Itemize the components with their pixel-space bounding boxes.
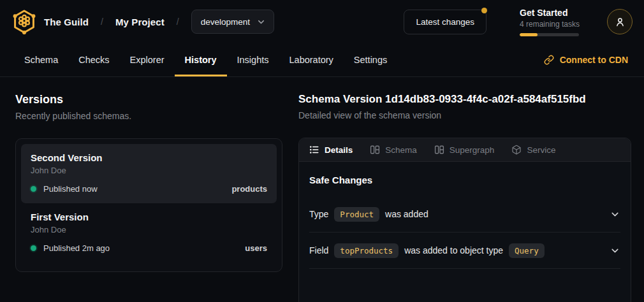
latest-changes-label: Latest changes: [416, 17, 474, 27]
detail-tabs: Details Schema Supergr: [299, 138, 631, 162]
header: The Guild / My Project / development Lat…: [0, 0, 644, 43]
breadcrumb-project[interactable]: My Project: [115, 17, 165, 27]
hive-logo-icon[interactable]: [10, 8, 38, 36]
schema-version-subtitle: Detailed view of the schema version: [298, 110, 631, 120]
schema-version-panel: Schema Version 1d14db83-0933-4f4c-a02f-a…: [298, 93, 631, 302]
version-meta: Published 2m ago users: [31, 243, 267, 253]
link-icon: [544, 55, 554, 65]
panels-icon: [434, 145, 444, 155]
get-started-progress-fill: [520, 33, 538, 36]
version-list-item[interactable]: First Version John Doe Published 2m ago …: [21, 203, 277, 262]
tab-label: Service: [527, 145, 555, 155]
box-icon: [511, 145, 522, 155]
breadcrumb-separator: /: [101, 17, 103, 27]
version-author: John Doe: [31, 225, 267, 234]
tab-history[interactable]: History: [175, 43, 227, 76]
published-status-text: Published now: [43, 184, 98, 194]
change-code-badge: Query: [509, 243, 545, 258]
tab-label: Supergraph: [450, 145, 495, 155]
tab-explorer[interactable]: Explorer: [120, 43, 175, 76]
connect-to-cdn-button[interactable]: Connect to CDN: [528, 43, 644, 76]
breadcrumb-org[interactable]: The Guild: [44, 17, 89, 27]
change-code-badge: Product: [334, 207, 379, 222]
user-icon: [614, 16, 626, 28]
primary-nav: Schema Checks Explorer History Insights …: [0, 43, 644, 77]
schema-version-title: Schema Version 1d14db83-0933-4f4c-a02f-a…: [298, 93, 631, 106]
chevron-down-icon[interactable]: [610, 209, 620, 220]
change-prefix: Type: [309, 209, 328, 219]
versions-subtitle: Recently published schemas.: [15, 111, 282, 121]
tab-service[interactable]: Service: [511, 145, 555, 155]
breadcrumb-separator: /: [177, 17, 179, 27]
notification-dot: [481, 8, 487, 13]
version-title: First Version: [31, 212, 267, 222]
version-meta: Published now products: [31, 184, 267, 194]
version-title: Second Version: [31, 152, 267, 163]
change-suffix: was added to object type: [404, 245, 503, 255]
version-list-item[interactable]: Second Version John Doe Published now pr…: [21, 144, 277, 203]
published-status-dot: [31, 245, 36, 251]
panels-icon: [370, 145, 380, 155]
change-suffix: was added: [385, 209, 428, 219]
tab-details[interactable]: Details: [309, 145, 353, 155]
tab-settings[interactable]: Settings: [344, 43, 397, 76]
get-started-widget[interactable]: Get Started 4 remaining tasks: [520, 8, 579, 36]
change-row[interactable]: Field topProducts was added to object ty…: [309, 233, 620, 269]
published-status-text: Published 2m ago: [43, 243, 110, 253]
schema-version-card: Details Schema Supergr: [298, 138, 631, 302]
service-name: users: [245, 243, 267, 253]
detail-body: Safe Changes Type Product was added Fiel…: [299, 162, 631, 269]
get-started-subtitle: 4 remaining tasks: [520, 20, 579, 29]
service-name: products: [231, 184, 267, 194]
versions-list: Second Version John Doe Published now pr…: [15, 138, 282, 272]
tab-schema[interactable]: Schema: [14, 43, 68, 76]
target-selector-value: development: [201, 17, 250, 27]
get-started-title: Get Started: [520, 8, 579, 18]
target-selector[interactable]: development: [191, 10, 274, 34]
breadcrumb: The Guild / My Project / development: [44, 10, 274, 34]
change-prefix: Field: [309, 245, 328, 255]
list-icon: [309, 145, 319, 155]
versions-title: Versions: [15, 93, 282, 106]
tab-laboratory[interactable]: Laboratory: [279, 43, 344, 76]
chevron-down-icon: [256, 17, 266, 27]
latest-changes-button[interactable]: Latest changes: [404, 10, 487, 34]
tab-checks[interactable]: Checks: [68, 43, 119, 76]
versions-panel: Versions Recently published schemas. Sec…: [15, 93, 282, 272]
tab-insights[interactable]: Insights: [227, 43, 279, 76]
chevron-down-icon[interactable]: [610, 245, 620, 256]
tab-supergraph[interactable]: Supergraph: [434, 145, 495, 155]
tab-schema-sdl[interactable]: Schema: [370, 145, 417, 155]
safe-changes-heading: Safe Changes: [309, 162, 620, 196]
change-row[interactable]: Type Product was added: [309, 196, 620, 233]
connect-to-cdn-label: Connect to CDN: [560, 55, 628, 65]
avatar[interactable]: [607, 9, 633, 34]
tab-label: Schema: [385, 145, 417, 155]
tab-label: Details: [325, 145, 353, 155]
get-started-progress-track: [520, 33, 579, 36]
change-code-badge: topProducts: [334, 243, 399, 258]
version-author: John Doe: [31, 166, 267, 175]
header-right: Latest changes Get Started 4 remaining t…: [404, 8, 633, 36]
app-root: The Guild / My Project / development Lat…: [0, 0, 644, 302]
published-status-dot: [31, 186, 36, 192]
